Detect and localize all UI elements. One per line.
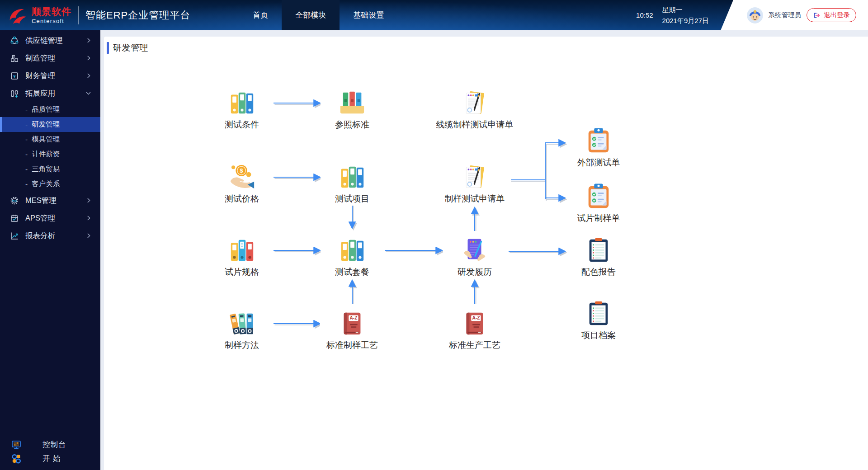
sidebar-item-label: 财务管理 [25,71,55,81]
flow-node-label: 标准制样工艺 [326,339,378,351]
flow-node-standard-sample-process[interactable]: A-Z标准制样工艺 [320,304,384,352]
chevron-right-icon [86,38,91,43]
chevron-right-icon [86,215,91,221]
sidebar-footer-console[interactable]: 控制台 [0,437,100,451]
sidebar-item-finance[interactable]: ¥财务管理 [0,67,100,85]
clipboard-navy-icon [585,236,613,264]
chevron-down-icon [85,91,91,96]
sidebar-subitem-label: 计件薪资 [32,150,60,159]
start-icon [11,453,22,464]
logout-icon [813,12,821,19]
money-hand-icon: $ [228,163,256,191]
date: 2021年9月27日 [662,15,709,26]
logout-button[interactable]: 退出登录 [807,8,856,22]
brand-block: 顺景软件 Centersoft [32,7,71,24]
flow-node-label: 试片规格 [225,266,259,278]
sidebar-item-manufacturing[interactable]: 制造管理 [0,49,100,67]
flow-node-label: 测试套餐 [335,266,369,278]
sidebar-item-label: 拓展应用 [25,89,55,99]
sidebar-item-label: 制造管理 [25,53,55,63]
sidebar-subitem-quality[interactable]: -品质管理 [0,102,100,117]
flow-node-external-test-order[interactable]: 外部测试单 [567,122,630,169]
flow-node-standard-production-process[interactable]: A-Z标准生产工艺 [443,304,507,352]
title-accent-bar [107,42,109,54]
manufacturing-icon [10,54,19,63]
sidebar-item-aps[interactable]: APS管理 [0,209,100,227]
flow-node-label: 参照标准 [335,119,369,131]
topbar-clock: 10:52 星期一 2021年9月27日 [636,0,709,30]
flow-node-test-price[interactable]: $测试价格 [210,158,274,206]
nav-tab-home[interactable]: 首页 [239,0,282,30]
sidebar-footer-start[interactable]: 开 始 [0,451,100,465]
chevron-right-icon [86,197,91,203]
binders-ybr-icon [228,236,256,264]
flow-node-test-item[interactable]: 测试项目 [321,158,384,206]
clipboard-navy-icon [585,300,613,328]
flow-node-sample-spec[interactable]: 试片规格 [210,231,274,279]
svg-text:¥: ¥ [13,74,15,79]
brand-name-en: Centersoft [32,18,71,24]
flow-node-label: 配色报告 [581,266,616,278]
supply-chain-icon [10,36,19,45]
nav-tab-all-modules[interactable]: 全部模块 [282,0,340,30]
divider [78,6,79,24]
books-shelf-icon [338,89,366,117]
dash: - [25,121,28,129]
current-user: 系统管理员 [769,11,802,19]
clipboard-orange-icon [585,127,613,155]
sidebar-item-mes[interactable]: MESMES管理 [0,192,100,209]
time: 10:52 [636,11,653,19]
flow-node-label: 测试条件 [225,119,259,131]
sidebar-item-extensions[interactable]: 拓展应用 [0,85,100,102]
date-block: 星期一 2021年9月27日 [662,5,709,26]
az-book-icon: A-Z [461,310,489,338]
chevron-right-icon [86,55,91,61]
binders-ygb-icon [338,236,366,264]
topbar: 顺景软件 Centersoft 智能ERP企业管理平台 首页全部模块基础设置 1… [0,0,868,30]
binders-ygb-icon [338,163,366,191]
avatar[interactable] [747,7,763,24]
az-book-icon: A-Z [338,310,366,338]
chevron-right-icon [86,73,91,79]
flow-node-project-archive[interactable]: 项目档案 [567,294,630,342]
flow-node-test-package[interactable]: 测试套餐 [321,231,384,279]
dash: - [25,150,28,159]
chevron-right-icon [86,233,91,239]
sidebar-subitem-rd[interactable]: -研发管理 [0,117,100,132]
console-icon [11,439,22,450]
sidebar-item-supply-chain[interactable]: 供应链管理 [0,32,100,49]
sidebar-subitem-label: 模具管理 [32,135,60,144]
nav-tab-basic-settings[interactable]: 基础设置 [340,0,397,30]
sidebar-subitem-customer-relation[interactable]: -客户关系 [0,177,100,192]
sidebar-subitem-label: 客户关系 [32,179,60,189]
sidebar-item-label: 报表分析 [25,231,55,241]
app-title: 智能ERP企业管理平台 [85,9,190,22]
sidebar-subitem-piecework-pay[interactable]: -计件薪资 [0,147,100,162]
topbar-user-area: 系统管理员 退出登录 [721,0,868,30]
weekday: 星期一 [662,5,709,15]
finance-icon: ¥ [10,71,19,80]
dash: - [25,106,28,114]
flow-node-sample-piece-order[interactable]: 试片制样单 [567,177,630,225]
sidebar-subitem-triangle-trade[interactable]: -三角贸易 [0,162,100,177]
sidebar-item-report[interactable]: 报表分析 [0,227,100,244]
sidebar-subitem-mold[interactable]: -模具管理 [0,132,100,147]
binders-tilted-icon [228,310,256,338]
flow-node-test-condition[interactable]: 测试条件 [210,84,274,132]
flow-node-sample-test-request[interactable]: 制样测试申请单 [439,158,511,206]
sidebar-footer: 控制台开 始 [0,437,100,465]
flow-node-label: 制样测试申请单 [445,193,505,205]
sidebar-item-label: 供应链管理 [25,36,63,46]
svg-text:A-Z: A-Z [349,315,357,320]
binders-ygb-icon [228,89,256,117]
flow-node-rd-history[interactable]: 研发履历 [443,231,506,279]
flow-node-color-report[interactable]: 配色报告 [567,231,630,279]
flow-node-reference-standard[interactable]: 参照标准 [321,84,384,132]
centersoft-logo-icon [7,5,29,25]
sidebar-footer-label: 开 始 [42,454,61,464]
flow-node-sample-method[interactable]: 制样方法 [210,304,274,352]
sidebar-subitem-label: 三角贸易 [32,164,60,174]
brand-name: 顺景软件 [32,7,71,16]
flow-node-cable-sample-test-request[interactable]: 线缆制样测试申请单 [430,84,520,132]
aps-icon [10,214,19,223]
